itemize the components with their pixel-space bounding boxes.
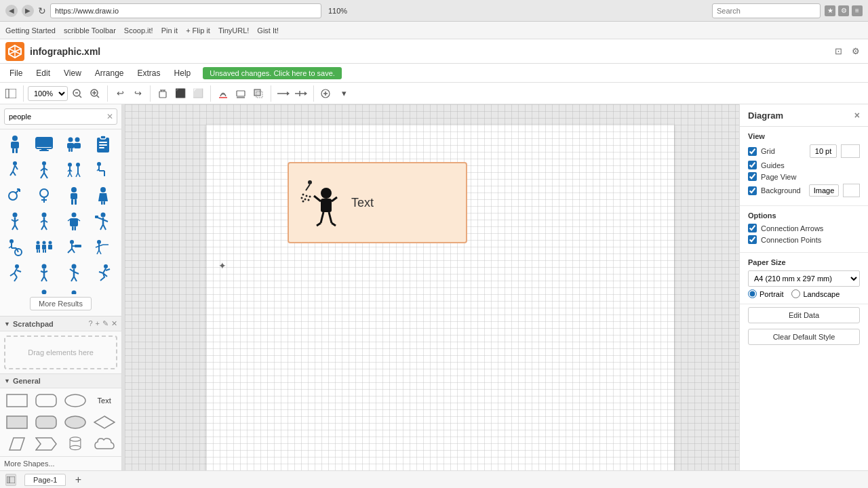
shape-stand2[interactable] <box>32 209 56 234</box>
add-page-btn[interactable]: + <box>71 473 85 487</box>
landscape-radio[interactable] <box>791 289 800 298</box>
fill-color-btn[interactable] <box>215 85 231 102</box>
bg-image-btn[interactable]: Image <box>809 184 840 197</box>
shape-stand4[interactable] <box>32 287 56 294</box>
menu-help[interactable]: Help <box>167 66 198 81</box>
connection-arrows-checkbox[interactable] <box>748 224 757 232</box>
sidebar-toggle-btn[interactable] <box>3 85 19 102</box>
grid-checkbox[interactable] <box>748 147 757 156</box>
delete-btn[interactable] <box>155 85 171 102</box>
menu-edit[interactable]: Edit <box>29 66 57 81</box>
general-chevron[interactable] <box>33 434 60 453</box>
general-diamond[interactable] <box>91 413 117 432</box>
zoom-in-btn[interactable] <box>87 85 103 102</box>
shape-person[interactable] <box>3 132 27 157</box>
more-shapes-btn[interactable]: More Shapes... <box>0 456 121 470</box>
shape-sprint[interactable] <box>91 261 115 285</box>
page-tab[interactable]: Page-1 <box>24 474 66 486</box>
general-rect-fill[interactable] <box>4 413 31 432</box>
page-view-checkbox[interactable] <box>748 172 757 181</box>
zoom-select[interactable]: 100% 110% 75% 50% <box>28 86 68 101</box>
edit-data-btn[interactable]: Edit Data <box>748 307 860 323</box>
portrait-radio[interactable] <box>748 289 757 298</box>
scratchpad-help-icon[interactable]: ? <box>88 319 92 328</box>
forward-button[interactable]: ▶ <box>22 5 34 17</box>
bookmark-gistit[interactable]: Gist It! <box>257 26 279 35</box>
guides-checkbox[interactable] <box>748 161 757 169</box>
add-dropdown-btn[interactable]: ▾ <box>336 85 352 102</box>
unsaved-changes-button[interactable]: Unsaved changes. Click here to save. <box>203 67 342 79</box>
line-color-btn[interactable] <box>233 85 249 102</box>
general-rect[interactable] <box>4 391 31 410</box>
waypoint-btn[interactable] <box>293 85 309 102</box>
menu-extras[interactable]: Extras <box>131 66 167 81</box>
menu-arrange[interactable]: Arrange <box>88 66 131 81</box>
back-button[interactable]: ◀ <box>5 5 18 17</box>
general-rounded-rect[interactable] <box>33 391 60 410</box>
shape-computer[interactable] <box>32 132 56 157</box>
canvas-area[interactable]: Text ✦ <box>125 104 739 470</box>
bookmark-tinyurl[interactable]: TinyURL! <box>218 26 249 35</box>
shape-walk1[interactable] <box>3 158 27 182</box>
bookmark-scribble[interactable]: scribble Toolbar <box>64 26 116 35</box>
shape-woman[interactable] <box>91 184 115 208</box>
refresh-button[interactable]: ↻ <box>38 5 46 16</box>
diagram-shape[interactable]: Text <box>288 162 467 243</box>
general-cloud[interactable] <box>91 434 117 453</box>
sidebar-toggle-bottom[interactable] <box>5 474 16 486</box>
star-icon[interactable]: ★ <box>825 5 835 16</box>
search-clear-icon[interactable]: ✕ <box>106 112 113 121</box>
scratchpad-close-icon[interactable]: ✕ <box>111 319 117 328</box>
shape-wheelchair[interactable] <box>3 235 27 260</box>
grid-color-swatch[interactable] <box>841 144 860 158</box>
more-results-btn[interactable]: More Results <box>30 297 92 310</box>
add-btn[interactable] <box>318 85 334 102</box>
grid-pt-input[interactable] <box>810 144 837 158</box>
scratchpad-header[interactable]: ▼ Scratchpad ? + ✎ ✕ <box>0 317 121 331</box>
bookmark-pinit[interactable]: Pin it <box>161 26 178 35</box>
url-bar[interactable] <box>50 3 321 18</box>
general-ellipse-fill[interactable] <box>62 413 89 432</box>
settings-icon[interactable]: ⚙ <box>849 45 863 58</box>
general-cylinder[interactable] <box>62 434 89 453</box>
clear-style-btn[interactable]: Clear Default Style <box>748 329 860 345</box>
connection-points-checkbox[interactable] <box>748 235 757 244</box>
shape-person-blue-special[interactable] <box>62 287 86 294</box>
shape-people-pair[interactable] <box>62 158 86 182</box>
browser-search-input[interactable] <box>712 3 821 18</box>
shadow-btn[interactable] <box>250 85 267 102</box>
redo-btn[interactable]: ↪ <box>130 85 146 102</box>
zoom-out-btn[interactable] <box>69 85 85 102</box>
general-ellipse[interactable] <box>62 391 89 410</box>
bookmark-flipit[interactable]: + Flip it <box>186 26 210 35</box>
shape-group-people[interactable] <box>62 132 86 157</box>
shape-man[interactable] <box>62 184 86 208</box>
toback-btn[interactable]: ⬜ <box>190 85 206 102</box>
scratchpad-edit-icon[interactable]: ✎ <box>102 319 108 328</box>
general-rounded-fill[interactable] <box>33 413 60 432</box>
bg-color-swatch[interactable] <box>843 184 860 197</box>
tofront-btn[interactable]: ⬛ <box>172 85 189 102</box>
shape-stand3[interactable] <box>32 261 56 285</box>
shape-person-pointing[interactable] <box>91 235 115 260</box>
fit-page-icon[interactable]: ⊡ <box>831 45 845 58</box>
background-checkbox[interactable] <box>748 186 757 195</box>
shape-crowd[interactable] <box>32 235 56 260</box>
menu-view[interactable]: View <box>57 66 88 81</box>
panel-close-btn[interactable]: × <box>854 110 860 121</box>
undo-btn[interactable]: ↩ <box>112 85 128 102</box>
paper-size-select[interactable]: A4 (210 mm x 297 mm) <box>748 270 860 287</box>
general-text[interactable]: Text <box>91 391 117 410</box>
menu-icon[interactable]: ≡ <box>852 5 863 16</box>
shape-walk2[interactable] <box>32 158 56 182</box>
shape-clipboard[interactable] <box>91 132 115 157</box>
general-header[interactable]: ▼ General <box>0 374 121 388</box>
shape-carrying[interactable] <box>91 209 115 234</box>
general-parallelogram[interactable] <box>4 434 31 453</box>
arrow-btn[interactable] <box>275 85 292 102</box>
shape-gender2[interactable] <box>32 184 56 208</box>
shape-person-desk[interactable] <box>62 235 86 260</box>
settings-icon[interactable]: ⚙ <box>838 5 849 16</box>
menu-file[interactable]: File <box>3 66 29 81</box>
bookmark-getting-started[interactable]: Getting Started <box>5 26 56 35</box>
